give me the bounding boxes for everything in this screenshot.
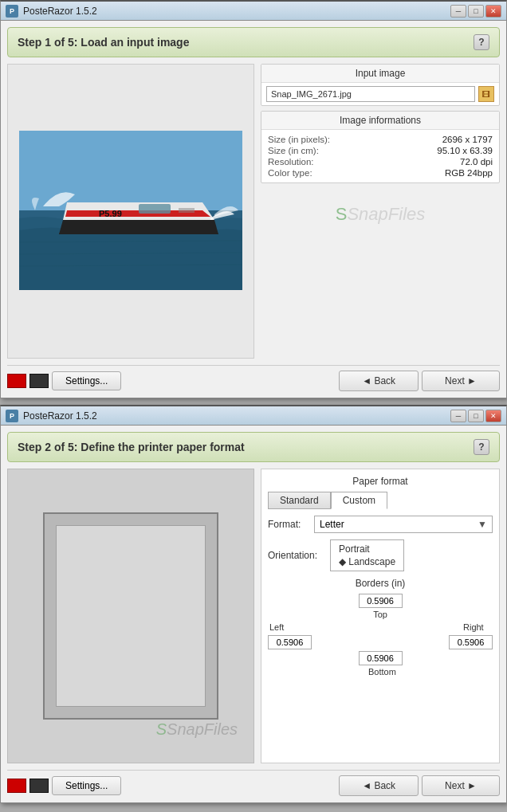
bottom-label-row: Bottom (268, 667, 493, 677)
resolution-value: 72.0 dpi (460, 157, 493, 167)
bottom-border-label: Bottom (368, 667, 392, 677)
window2-body: Step 2 of 5: Define the printer paper fo… (1, 426, 506, 802)
bottom-input-row (268, 651, 493, 665)
format-label: Format: (268, 519, 308, 530)
format-select[interactable]: Letter ▼ (314, 516, 493, 533)
paper-format-panel: Paper format Standard Custom Format: Let… (261, 469, 500, 763)
window2-controls: ─ □ ✕ (450, 410, 501, 422)
step1-header: Step 1 of 5: Load an input image ? (7, 27, 500, 57)
resolution-label: Resolution: (268, 157, 314, 167)
bottom-border-input[interactable] (359, 651, 403, 665)
orientation-row: Orientation: Portrait ◆ Landscape (268, 539, 493, 571)
borders-title: Borders (in) (268, 578, 493, 589)
size-cm-row: Size (in cm): 95.10 x 63.39 (268, 146, 493, 155)
flag-icon (7, 374, 26, 388)
input-image-section: Input image 🎞 (261, 64, 500, 106)
step2-bottom-bar: Settings... ◄ Back Next ► (7, 770, 500, 796)
filename-input[interactable] (266, 86, 475, 102)
right-group: Right (463, 622, 491, 632)
snapfiles-watermark-1: SSnapFiles (261, 204, 500, 225)
snap-s2-icon: S (156, 720, 167, 738)
orientation-label: Orientation: (268, 550, 324, 561)
tab-row: Standard Custom (268, 492, 493, 509)
snap-s-icon: S (336, 204, 348, 224)
flag3-icon (7, 779, 26, 793)
top-border-row (268, 594, 493, 608)
right-border-input[interactable] (449, 635, 493, 649)
app-icon-2: P (6, 410, 18, 422)
back-button-2[interactable]: ◄ Back (339, 775, 419, 796)
paper-inner (56, 525, 206, 707)
step2-header: Step 2 of 5: Define the printer paper fo… (7, 432, 500, 462)
size-cm-value: 95.10 x 63.39 (437, 146, 493, 155)
top-label-row: Top (268, 610, 493, 619)
settings-button-2[interactable]: Settings... (52, 776, 121, 795)
svg-rect-7 (179, 208, 195, 213)
top-border-label: Top (368, 610, 392, 619)
maximize-button-2[interactable]: □ (468, 410, 484, 422)
resolution-row: Resolution: 72.0 dpi (268, 157, 493, 167)
step2-title: Step 2 of 5: Define the printer paper fo… (18, 441, 245, 453)
color-type-row: Color type: RGB 24bpp (268, 168, 493, 178)
back-button-1[interactable]: ◄ Back (339, 371, 419, 391)
title-bar-2: P PosteRazor 1.5.2 ─ □ ✕ (1, 406, 506, 426)
lr-inputs-row (268, 635, 493, 649)
window1: P PosteRazor 1.5.2 ─ □ ✕ Step 1 of 5: Lo… (0, 0, 507, 398)
settings-button-1[interactable]: Settings... (52, 371, 121, 390)
minimize-button-1[interactable]: ─ (450, 5, 466, 18)
step1-bottom-bar: Settings... ◄ Back Next ► (7, 365, 500, 391)
close-button-2[interactable]: ✕ (485, 410, 501, 422)
step1-main: P5.99 Input image (7, 64, 500, 359)
window1-title: PosteRazor 1.5.2 (23, 6, 446, 17)
flag4-icon (29, 779, 49, 793)
boat-scene: P5.99 (19, 131, 242, 292)
size-pixels-value: 2696 x 1797 (442, 135, 493, 144)
image-info-rows: Size (in pixels): 2696 x 1797 Size (in c… (261, 130, 499, 182)
nav-buttons-2: ◄ Back Next ► (339, 775, 500, 796)
file-browse-icon[interactable]: 🎞 (478, 86, 494, 102)
right-border-label: Right (463, 622, 491, 632)
svg-text:P5.99: P5.99 (99, 209, 122, 218)
maximize-button-1[interactable]: □ (468, 5, 484, 18)
color-type-value: RGB 24bpp (445, 168, 493, 178)
window2-title: PosteRazor 1.5.2 (23, 410, 446, 422)
next-button-2[interactable]: Next ► (422, 775, 500, 796)
left-group: Left (269, 622, 297, 632)
nav-buttons-1: ◄ Back Next ► (339, 371, 500, 391)
input-image-title: Input image (261, 65, 499, 83)
paper-outer (43, 512, 218, 720)
size-pixels-label: Size (in pixels): (268, 135, 330, 144)
lr-row: Left Right (268, 622, 493, 632)
left-border-input[interactable] (268, 635, 312, 649)
step2-main: SSnapFiles Paper format Standard Custom … (7, 469, 500, 763)
close-button-1[interactable]: ✕ (485, 5, 501, 18)
window1-controls: ─ □ ✕ (450, 5, 501, 18)
portrait-option[interactable]: Portrait (339, 543, 395, 555)
help-button-1[interactable]: ? (474, 34, 489, 50)
tab-custom[interactable]: Custom (331, 492, 387, 509)
app-icon-1: P (6, 5, 18, 18)
input-file-row: 🎞 (261, 83, 499, 105)
tab-standard[interactable]: Standard (268, 492, 331, 509)
help-button-2[interactable]: ? (474, 439, 489, 455)
image-info-section: Image informations Size (in pixels): 269… (261, 111, 500, 183)
top-border-input[interactable] (359, 594, 403, 608)
size-pixels-row: Size (in pixels): 2696 x 1797 (268, 135, 493, 144)
color-type-label: Color type: (268, 168, 312, 178)
image-preview: P5.99 (7, 64, 254, 359)
flag2-icon (29, 374, 49, 388)
info-panel: Input image 🎞 Image informations Size (i… (261, 64, 500, 359)
select-arrow-icon: ▼ (478, 519, 487, 530)
window1-body: Step 1 of 5: Load an input image ? (1, 21, 506, 398)
landscape-option[interactable]: ◆ Landscape (339, 556, 395, 567)
paper-preview-area: SSnapFiles (7, 469, 254, 763)
title-bar-1: P PosteRazor 1.5.2 ─ □ ✕ (1, 2, 506, 21)
paper-format-title: Paper format (268, 476, 493, 487)
format-row: Format: Letter ▼ (268, 516, 493, 533)
next-button-1[interactable]: Next ► (422, 371, 500, 391)
step1-title: Step 1 of 5: Load an input image (18, 36, 189, 49)
image-info-title: Image informations (261, 112, 499, 130)
minimize-button-2[interactable]: ─ (450, 410, 466, 422)
left-border-label: Left (269, 622, 297, 632)
window2: P PosteRazor 1.5.2 ─ □ ✕ Step 2 of 5: De… (0, 405, 507, 803)
